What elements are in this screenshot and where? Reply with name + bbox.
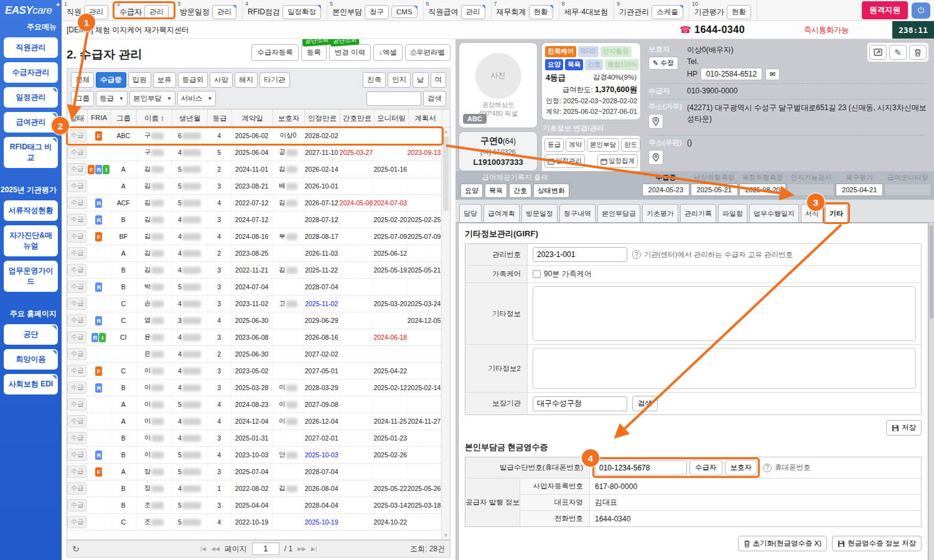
page-input[interactable] <box>252 543 279 555</box>
agency-search-button[interactable]: 검색 <box>632 396 658 411</box>
table-row[interactable]: 수급B이432025-01-312027-02-012025-01-23 <box>67 430 441 447</box>
record-print-상태변화[interactable]: 상태변화 <box>533 184 569 198</box>
table-row[interactable]: 수급FC이432023-05-022027-05-012025-04-22 <box>67 363 441 380</box>
column-header-그룹[interactable]: 그룹 <box>111 110 137 127</box>
filter-인지[interactable]: 인지 <box>388 72 411 88</box>
table-row[interactable]: 수급A이442024-12-04이2026-12-042024-11-25202… <box>67 413 441 430</box>
toolbar-button-우편라벨[interactable]: ⎙우편라벨 <box>405 44 451 61</box>
table-row[interactable]: 수급구452025-06-04공2027-11-102025-03-272023… <box>67 144 441 161</box>
record-print-간호[interactable]: 간호 <box>509 184 531 198</box>
filter-전체[interactable]: 전체 <box>71 72 94 88</box>
extra-info2-textarea[interactable] <box>533 348 916 389</box>
filter-여[interactable]: 여 <box>431 72 447 88</box>
column-header-생년월[interactable]: 생년월 <box>172 110 208 127</box>
popup-window-icon[interactable] <box>869 45 887 60</box>
search-button[interactable]: 검색 <box>423 91 446 106</box>
tab-청구내역[interactable]: 청구내역 <box>559 204 595 222</box>
edit-icon[interactable]: ✎ <box>889 45 907 60</box>
sms-icon[interactable]: ✉ <box>765 68 780 80</box>
record-print-목욕[interactable]: 목욕 <box>485 184 507 198</box>
table-row[interactable]: 수급RACF김542022-07-12김2026-07-122024-05-08… <box>67 195 441 212</box>
tab-방문일정[interactable]: 방문일정 <box>521 204 558 222</box>
top-menu-item-RFID점검[interactable]: 4RFID점검일정확정 <box>243 0 327 21</box>
basic-button-한도[interactable]: 한도 <box>621 138 640 152</box>
trash-icon[interactable] <box>909 45 927 60</box>
table-row[interactable]: 수급B정412022-08-02김2026-08-042025-05-22202… <box>67 480 441 497</box>
group-button[interactable]: 그룹 <box>71 91 94 106</box>
menu-button-현황[interactable]: 현황 <box>529 5 553 19</box>
scroll-up-icon[interactable]: ▲ <box>442 129 450 134</box>
record-print-요양[interactable]: 요양 <box>460 184 483 198</box>
menu-button-CMS[interactable]: CMS <box>391 6 418 18</box>
tab-서식[interactable]: 서식 <box>801 204 823 222</box>
first-page-button[interactable]: |◀ <box>200 546 206 552</box>
sidebar-item-희망이음[interactable]: 희망이음 <box>4 349 58 370</box>
sidebar-item-일정관리[interactable]: 일정관리 <box>4 87 58 108</box>
tab-업무수행일지[interactable]: 업무수행일지 <box>749 204 799 222</box>
power-button[interactable]: ⏻ <box>912 2 930 19</box>
table-row[interactable]: 수급RB이542023-10-03안2025-10-032025-02-26 <box>67 447 441 464</box>
table-row[interactable]: 수급RICI윤432023-06-082026-08-162024-06-18 <box>67 329 441 346</box>
filter-타기관[interactable]: 타기관 <box>259 72 290 88</box>
column-header-등급[interactable]: 등급 <box>208 110 232 127</box>
column-header-FRIA[interactable]: FRIA <box>88 110 111 127</box>
status-date[interactable]: 2025-04-21 <box>836 184 883 196</box>
schedule-button-일정관리[interactable]: 일정관리 <box>544 154 585 168</box>
basic-button-본인부담[interactable]: 본인부담 <box>587 138 619 152</box>
scrollbar-thumb[interactable] <box>443 136 449 211</box>
dropdown-서비스[interactable]: 서비스▼ <box>177 91 216 106</box>
table-row[interactable]: 수급A이542024-08-23이2027-09-08 <box>67 396 441 413</box>
filter-입원[interactable]: 입원 <box>128 72 151 88</box>
column-header-계획서[interactable]: 계획서 <box>409 110 442 127</box>
top-menu-item-방문일정[interactable]: 3방문일정관리 <box>175 0 243 21</box>
filter-수급중[interactable]: 수급중 <box>96 72 126 88</box>
tab-담당[interactable]: 담당 <box>459 204 482 222</box>
status-date[interactable]: 2024-05-23 <box>642 184 689 196</box>
tab-급여계획[interactable]: 급여계획 <box>483 204 520 222</box>
menu-button-일정확정[interactable]: 일정확정 <box>283 5 321 19</box>
table-row[interactable]: 수급A김532023-08-21배2026-10-01 <box>67 178 441 195</box>
filter-친족[interactable]: 친족 <box>363 72 386 88</box>
sidebar-item-자가진단&매뉴얼[interactable]: 자가진단&매뉴얼 <box>4 225 58 256</box>
sidebar-item-서류작성현황[interactable]: 서류작성현황 <box>4 200 58 221</box>
last-page-button[interactable]: ▶| <box>311 546 317 552</box>
table-row[interactable]: 수급A김422023-08-252026-11-032025-06-12 <box>67 245 441 262</box>
sidebar-item-수급자관리[interactable]: 수급자관리 <box>4 62 58 83</box>
receipt-number-input[interactable] <box>595 460 687 475</box>
status-date[interactable]: 2025-08-20 <box>739 184 787 196</box>
filter-사망[interactable]: 사망 <box>210 72 233 88</box>
dropdown-등급[interactable]: 등급▼ <box>96 91 128 106</box>
column-header-간호만료[interactable]: 간호만료 <box>340 110 375 127</box>
basic-button-등급[interactable]: 등급 <box>544 138 564 152</box>
receipt-guardian-button[interactable]: 보호자 <box>725 460 758 475</box>
column-header-이름[interactable]: 이름 ↕ <box>137 110 172 127</box>
top-menu-item-기관관리[interactable]: 9기관관리스케줄 <box>614 0 689 21</box>
schedule-button-일정집계[interactable]: 일정집계 <box>597 154 638 168</box>
table-row[interactable]: 수급FABC구642025-06-02이상02028-02-02 <box>67 128 441 144</box>
scroll-down-icon[interactable]: ▼ <box>442 533 450 538</box>
menu-button-현황[interactable]: 현황 <box>727 5 751 19</box>
column-header-보호자[interactable]: 보호자 <box>273 110 305 127</box>
menu-button-관리[interactable]: 관리 <box>461 5 485 19</box>
sidebar-item-업무운영가이드[interactable]: 업무운영가이드 <box>4 261 58 292</box>
mgmt-number-input[interactable] <box>533 247 627 262</box>
refresh-icon[interactable]: ↻ <box>72 544 80 554</box>
top-menu-item-재무회계[interactable]: 7재무회계현황 <box>492 0 559 21</box>
toolbar-button-엑셀[interactable]: ↓엑셀 <box>373 44 403 61</box>
table-row[interactable]: 수급B김432022-11-21김2025-11-222025-05-19202… <box>67 262 441 279</box>
panel-scrollbar[interactable] <box>929 223 934 560</box>
top-menu-item-기관평가[interactable]: 10기관평가현황 <box>689 0 757 21</box>
remote-support-button[interactable]: 원격지원 <box>862 1 908 19</box>
search-input[interactable] <box>367 91 421 106</box>
toolbar-button-변경 이력[interactable]: 변경 이력 <box>329 44 371 61</box>
tab-관리기록[interactable]: 관리기록 <box>680 204 716 222</box>
prev-page-button[interactable]: ◀◀ <box>211 546 220 552</box>
receipt-recipient-button[interactable]: 수급자 <box>689 460 722 475</box>
toolbar-button-등록[interactable]: 등록 <box>301 44 327 61</box>
top-menu-item-본인부담[interactable]: 5본인부담청구CMS <box>327 0 424 21</box>
column-header-상태[interactable]: 상태 <box>67 110 88 127</box>
sidebar-item-공단[interactable]: 공단 <box>4 324 58 345</box>
menu-button-스케줄[interactable]: 스케줄 <box>651 5 683 19</box>
table-row[interactable]: 수급RB김432024-07-122028-07-122025-02-20202… <box>67 212 441 228</box>
tab-기타[interactable]: 기타 <box>825 204 848 222</box>
